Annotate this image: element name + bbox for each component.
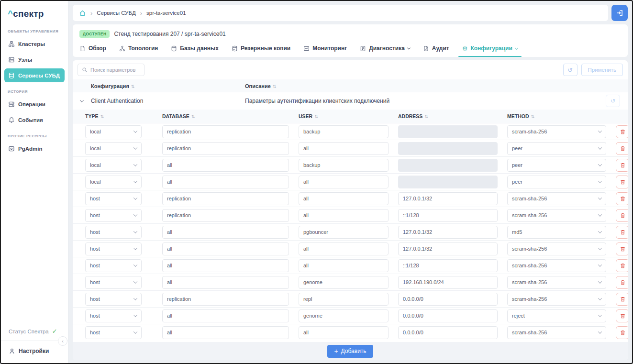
method-select[interactable]: md5 [507,226,606,239]
method-select[interactable]: scram-sha-256 [507,192,606,205]
database-input[interactable] [162,276,289,289]
delete-row-button[interactable] [616,209,628,222]
type-select[interactable]: host [85,309,142,322]
address-input[interactable] [398,276,498,289]
column-database[interactable]: DATABASE⇅ [162,113,299,119]
address-input[interactable] [398,176,498,188]
refresh-button[interactable]: ↺ [563,64,577,76]
delete-row-button[interactable] [616,142,628,155]
database-input[interactable] [162,142,289,155]
type-select[interactable]: local [85,125,142,138]
method-select[interactable]: scram-sha-256 [507,125,606,138]
address-input[interactable] [398,243,498,255]
tab-overview[interactable]: Обзор [79,40,106,57]
method-select[interactable]: peer [507,142,606,155]
database-input[interactable] [162,293,289,306]
settings-button[interactable]: Настройки [1,341,68,363]
address-input[interactable] [398,192,498,205]
sidebar-item-db-services[interactable]: Сервисы СУБД [4,68,65,82]
method-select[interactable]: peer [507,159,606,172]
database-input[interactable] [162,125,289,138]
type-select[interactable]: local [85,159,142,172]
user-input[interactable] [299,243,389,255]
delete-row-button[interactable] [616,192,628,205]
method-select[interactable]: scram-sha-256 [507,259,606,272]
column-type[interactable]: TYPE⇅ [85,113,162,119]
user-input[interactable] [299,293,389,306]
user-input[interactable] [299,226,389,239]
database-input[interactable] [162,326,289,339]
delete-row-button[interactable] [616,226,628,239]
type-select[interactable]: host [85,209,142,222]
method-select[interactable]: scram-sha-256 [507,209,606,222]
database-input[interactable] [162,159,289,172]
type-select[interactable]: host [85,243,142,255]
database-input[interactable] [162,309,289,322]
column-address[interactable]: ADDRESS⇅ [398,113,507,119]
database-input[interactable] [162,243,289,255]
user-input[interactable] [299,309,389,322]
column-method[interactable]: METHOD⇅ [507,113,616,119]
type-select[interactable]: host [85,326,142,339]
tab-backups[interactable]: Резервные копии [232,40,290,57]
address-input[interactable] [398,259,498,272]
address-input[interactable] [398,293,498,306]
sidebar-item-clusters[interactable]: Кластеры [4,37,65,51]
method-select[interactable]: scram-sha-256 [507,243,606,255]
user-input[interactable] [299,276,389,289]
user-input[interactable] [299,125,389,138]
sidebar-item-nodes[interactable]: Узлы [4,53,65,66]
breadcrumb-item-services[interactable]: Сервисы СУБД [97,10,135,16]
method-select[interactable]: reject [507,309,606,322]
delete-row-button[interactable] [616,125,628,138]
delete-row-button[interactable] [616,276,628,289]
method-select[interactable]: scram-sha-256 [507,293,606,306]
address-input[interactable] [398,142,498,155]
address-input[interactable] [398,209,498,222]
tab-diagnostics[interactable]: Диагностика [360,40,410,57]
column-description[interactable]: Описание⇅ [245,83,606,89]
group-reset-button[interactable]: ↺ [606,95,620,107]
column-user[interactable]: USER⇅ [299,113,398,119]
delete-row-button[interactable] [616,159,628,172]
tab-databases[interactable]: Базы данных [171,40,219,57]
type-select[interactable]: host [85,192,142,205]
address-input[interactable] [398,226,498,239]
type-select[interactable]: local [85,176,142,188]
method-select[interactable]: peer [507,176,606,188]
sidebar-item-events[interactable]: События [4,113,65,127]
address-input[interactable] [398,159,498,172]
user-input[interactable] [299,176,389,188]
tab-topology[interactable]: Топология [119,40,158,57]
delete-row-button[interactable] [616,176,628,188]
home-icon[interactable] [79,10,86,17]
type-select[interactable]: host [85,293,142,306]
type-select[interactable]: host [85,276,142,289]
column-configuration[interactable]: Конфигурация⇅ [91,83,245,89]
tab-monitoring[interactable]: Мониторинг [303,40,347,57]
tab-audit[interactable]: Аудит [423,40,449,57]
user-input[interactable] [299,142,389,155]
user-input[interactable] [299,209,389,222]
apply-button[interactable]: Применить [581,64,623,76]
database-input[interactable] [162,209,289,222]
delete-row-button[interactable] [616,293,628,306]
user-input[interactable] [299,159,389,172]
add-row-button[interactable]: + Добавить [327,345,373,358]
user-input[interactable] [299,192,389,205]
delete-row-button[interactable] [616,259,628,272]
sidebar-item-pgadmin[interactable]: PgAdmin [4,142,65,155]
delete-row-button[interactable] [616,243,628,255]
user-input[interactable] [299,326,389,339]
address-input[interactable] [398,326,498,339]
tab-configurations[interactable]: ⚙ Конфигурации [462,40,518,57]
method-select[interactable]: scram-sha-256 [507,326,606,339]
type-select[interactable]: host [85,226,142,239]
sidebar-collapse-button[interactable]: ‹ [58,336,67,346]
address-input[interactable] [398,125,498,138]
database-input[interactable] [162,259,289,272]
address-input[interactable] [398,309,498,322]
delete-row-button[interactable] [616,309,628,322]
database-input[interactable] [162,192,289,205]
logout-button[interactable] [611,5,628,21]
